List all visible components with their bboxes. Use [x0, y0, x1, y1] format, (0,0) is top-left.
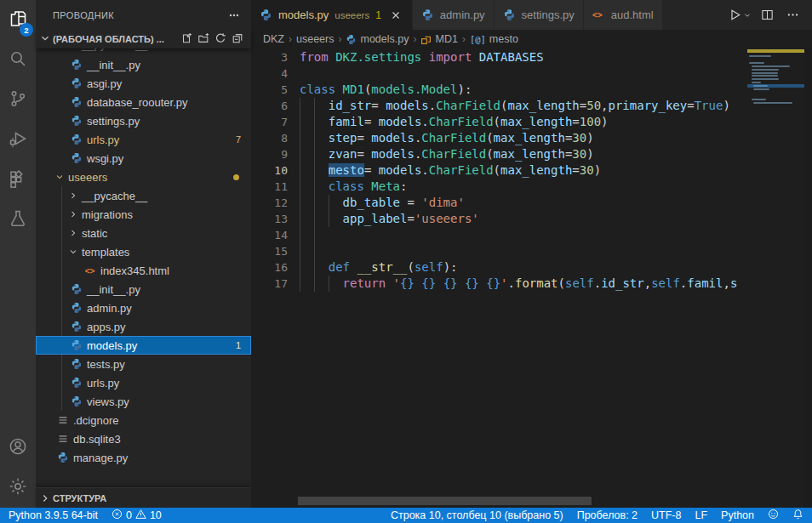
minimap[interactable]	[747, 48, 804, 142]
tree-folder--pycache-[interactable]: __pycache__	[36, 48, 251, 55]
refresh-button[interactable]	[212, 31, 229, 48]
breadcrumb-item-useeers[interactable]: useeers	[296, 33, 334, 45]
line-content: famil= models.CharField(max_length=100)	[288, 114, 609, 130]
tree-file-manage-py[interactable]: manage.py	[36, 448, 251, 467]
code-token: format	[515, 276, 558, 290]
breadcrumb-item-md1[interactable]: MD1	[420, 33, 457, 45]
indent-guide	[314, 211, 315, 227]
tree-item-label: models.py	[87, 339, 137, 352]
status-problems[interactable]: 010	[112, 509, 162, 522]
code-token: app_label	[343, 212, 408, 225]
activity-item-extensions[interactable]	[0, 160, 36, 200]
tree-file-tests-py[interactable]: tests.py	[36, 355, 251, 373]
tree-file-admin-py[interactable]: admin.py	[36, 298, 251, 317]
code-token: models	[371, 131, 415, 145]
breadcrumb-separator: ›	[289, 33, 292, 45]
code-line-14: 14	[251, 227, 812, 243]
python-icon	[70, 152, 83, 164]
code-token: primary_key	[609, 99, 688, 112]
tree-folder-templates[interactable]: templates	[36, 242, 251, 261]
status-feedback[interactable]	[768, 509, 779, 522]
python-icon	[70, 77, 83, 89]
code-token: ):	[457, 82, 472, 96]
tree-file-views-py[interactable]: views.py	[36, 392, 251, 411]
activity-item-account[interactable]	[0, 428, 36, 468]
status-notifications[interactable]	[792, 509, 803, 522]
editor-group: models.pyuseeers1admin.pysettings.py<>au…	[251, 0, 812, 508]
new-file-button[interactable]	[178, 31, 195, 48]
status-eol[interactable]: LF	[695, 509, 707, 521]
code-token: 30	[580, 163, 594, 177]
status-cursor-position[interactable]: Строка 10, столбец 10 (выбрано 5)	[391, 509, 563, 521]
indent-guide	[314, 259, 315, 276]
python-icon	[346, 34, 357, 45]
tree-file-apps-py[interactable]: apps.py	[36, 317, 251, 336]
feedback-icon	[768, 509, 779, 522]
code-token: CharField	[436, 99, 500, 112]
tree-file--init-py[interactable]: __init__.py	[36, 55, 251, 74]
activity-item-run-and-debug[interactable]	[0, 120, 36, 160]
activity-item-testing[interactable]	[0, 200, 36, 240]
tree-file-urls-py[interactable]: urls.py7	[36, 130, 251, 149]
tree-folder--pycache-[interactable]: __pycache__	[36, 186, 251, 205]
code-line-15: 15	[251, 243, 812, 259]
outline-section-header[interactable]: СТРУКТУРА	[36, 487, 251, 508]
code-line-8: 8 step= models.CharField(max_length=30)	[251, 130, 812, 146]
code-token: models	[386, 99, 429, 112]
tree-file-database-roouter-py[interactable]: database_roouter.py	[36, 93, 251, 111]
tab-models-py[interactable]: models.pyuseeers1	[251, 0, 412, 30]
horizontal-scrollbar-thumb[interactable]	[298, 497, 592, 505]
tree-file--dcignore[interactable]: .dcignore	[36, 411, 251, 429]
workspace-section-header[interactable]: (РАБОЧАЯ ОБЛАСТЬ) ...	[36, 30, 251, 48]
indent-guide	[300, 243, 300, 259]
chevron-down-icon	[54, 172, 65, 182]
status-language-mode[interactable]: Python	[721, 509, 754, 521]
tree-folder-static[interactable]: static	[36, 224, 251, 242]
bell-icon	[792, 509, 803, 522]
tree-file-urls-py[interactable]: urls.py	[36, 373, 251, 392]
breadcrumb-label: DKZ	[263, 33, 284, 45]
activity-item-search[interactable]	[0, 40, 36, 80]
tree-file-settings-py[interactable]: settings.py	[36, 111, 251, 130]
tree-file-index345-html[interactable]: <>index345.html	[36, 261, 251, 280]
breadcrumb-item-mesto[interactable]: [@]mesto	[470, 33, 518, 45]
tab-aud-html[interactable]: <>aud.html	[584, 0, 662, 30]
breadcrumb-item-models-py[interactable]: models.py	[346, 33, 409, 45]
run-dropdown-button[interactable]	[742, 4, 752, 26]
tree-file-db-sqlite3[interactable]: db.sqlite3	[36, 429, 251, 448]
status-indentation[interactable]: Пробелов: 2	[577, 509, 638, 521]
close-icon[interactable]	[388, 8, 403, 23]
status-encoding[interactable]: UTF-8	[651, 509, 681, 521]
tab-settings-py[interactable]: settings.py	[495, 0, 583, 30]
tab-bar: models.pyuseeers1admin.pysettings.py<>au…	[251, 0, 812, 30]
breadcrumb-item-dkz[interactable]: DKZ	[263, 33, 284, 45]
tab-admin-py[interactable]: admin.py	[413, 0, 494, 30]
tree-file-wsgi-py[interactable]: wsgi.py	[36, 149, 251, 168]
more-actions-button[interactable]	[781, 4, 803, 26]
activity-item-source-control[interactable]	[0, 80, 36, 120]
account-icon	[8, 436, 28, 460]
tree-folder-migrations[interactable]: migrations	[36, 205, 251, 224]
tab-label: settings.py	[522, 9, 575, 21]
tree-file--init-py[interactable]: __init__.py	[36, 280, 251, 298]
code-token: __str__	[357, 260, 407, 274]
code-token: (	[486, 131, 493, 145]
collapse-all-button[interactable]	[229, 31, 246, 48]
tree-folder-useeers[interactable]: useeers	[36, 168, 251, 186]
tree-file-models-py[interactable]: models.py1	[36, 336, 251, 355]
code-token: =	[580, 99, 586, 112]
split-editor-button[interactable]	[756, 4, 778, 26]
sidebar-title: ПРОВОДНИК	[53, 10, 114, 20]
activity-item-explorer[interactable]: 2	[0, 0, 36, 40]
code-line-4: 4	[251, 65, 812, 82]
code-editor[interactable]: 3from DKZ.settings import DATABASES45cla…	[251, 48, 812, 508]
new-folder-button[interactable]	[195, 31, 212, 48]
code-token: =	[364, 115, 379, 128]
activity-item-settings[interactable]	[0, 468, 36, 508]
indent-guide	[300, 227, 300, 243]
views-more-actions-icon[interactable]	[226, 7, 243, 24]
tree-file-asgi-py[interactable]: asgi.py	[36, 74, 251, 93]
status-python-interpreter[interactable]: Python 3.9.5 64-bit	[9, 509, 98, 522]
vertical-scrollbar-track[interactable]	[804, 48, 812, 508]
activity-badge: 2	[20, 23, 33, 37]
